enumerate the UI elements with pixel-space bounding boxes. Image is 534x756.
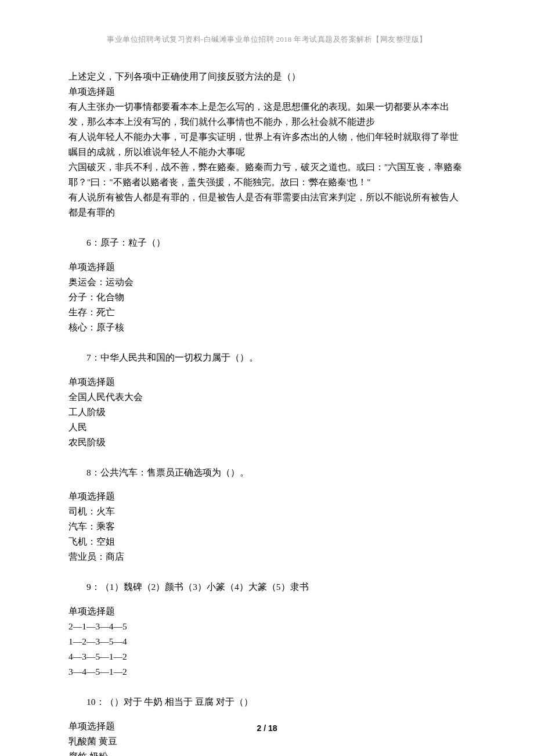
q6-option-c: 生存：死亡 [68,305,466,320]
q7-option-d: 农民阶级 [68,435,466,450]
q5-option-b: 有人说年轻人不能办大事，可是事实证明，世界上有许多杰出的人物，他们年轻时就取得了… [68,129,466,160]
q7-option-b: 工人阶级 [68,405,466,420]
q9-option-c: 4—3—5—1—2 [68,649,466,664]
q8-title: 8：公共汽车：售票员正确选项为（）。 [68,465,466,480]
q9-option-a: 2—1—3—4—5 [68,619,466,634]
q7-option-c: 人民 [68,420,466,435]
question-8: 8：公共汽车：售票员正确选项为（）。 单项选择题 司机：火车 汽车：乘客 飞机：… [68,465,466,565]
q9-title: 9：（1）魏碑（2）颜书（3）小篆（4）大篆（5）隶书 [68,579,466,595]
q5-option-a: 有人主张办一切事情都要看本本上是怎么写的，这是思想僵化的表现。如果一切都要从本本… [68,99,466,129]
q6-type: 单项选择题 [68,260,466,275]
q6-option-d: 核心：原子核 [68,320,466,335]
page-number: 2 / 18 [0,723,534,733]
q8-option-c: 飞机：空姐 [68,534,466,549]
question-5-continuation: 上述定义，下列各项中正确使用了间接反驳方法的是（） 单项选择题 有人主张办一切事… [68,69,466,220]
q5-stem: 上述定义，下列各项中正确使用了间接反驳方法的是（） [68,69,466,84]
q8-option-d: 营业员：商店 [68,549,466,564]
page-header: 事业单位招聘考试复习资料-白碱滩事业单位招聘 2018 年考试真题及答案解析【网… [68,34,466,46]
q8-option-b: 汽车：乘客 [68,519,466,534]
question-7: 7：中华人民共和国的一切权力属于（）。 单项选择题 全国人民代表大会 工人阶级 … [68,350,466,450]
q9-type: 单项选择题 [68,604,466,619]
q6-option-a: 奥运会：运动会 [68,275,466,290]
q6-title: 6：原子：粒子（） [68,235,466,250]
q7-title: 7：中华人民共和国的一切权力属于（）。 [68,350,466,365]
q8-type: 单项选择题 [68,489,466,504]
q10-option-a: 乳酸菌 黄豆 [68,734,466,749]
question-9: 9：（1）魏碑（2）颜书（3）小篆（4）大篆（5）隶书 单项选择题 2—1—3—… [68,579,466,679]
q7-type: 单项选择题 [68,375,466,390]
q9-option-b: 1—2—3—5—4 [68,634,466,649]
q5-option-d: 有人说所有被告人都是有罪的，但是被告人是否有罪需要由法官来判定，所以不能说所有被… [68,190,466,220]
q8-option-a: 司机：火车 [68,504,466,519]
q7-option-a: 全国人民代表大会 [68,390,466,405]
q10-title: 10：（）对于 牛奶 相当于 豆腐 对于（） [68,694,466,710]
q10-option-b: 腐竹 奶粉 [68,749,466,756]
q5-option-c: 六国破灭，非兵不利，战不善，弊在赂秦。赂秦而力亏，破灭之道也。或曰："六国互丧，… [68,160,466,190]
q5-type: 单项选择题 [68,84,466,99]
q6-option-b: 分子：化合物 [68,290,466,305]
question-6: 6：原子：粒子（） 单项选择题 奥运会：运动会 分子：化合物 生存：死亡 核心：… [68,235,466,335]
q9-option-d: 3—4—5—1—2 [68,664,466,679]
